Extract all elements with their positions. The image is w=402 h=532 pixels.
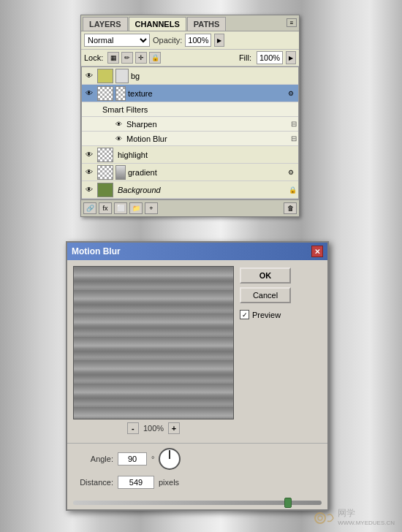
opacity-input[interactable] bbox=[185, 34, 211, 47]
eye-icon[interactable]: 👁 bbox=[83, 184, 95, 196]
layer-name: Motion Blur bbox=[126, 134, 291, 143]
blend-mode-select[interactable]: Normal Dissolve Multiply bbox=[84, 34, 150, 47]
watermark-url: WWW.MYEDUES.CN bbox=[338, 520, 395, 526]
dialog-close-button[interactable]: ✕ bbox=[311, 246, 323, 257]
eye-icon[interactable]: 👁 bbox=[113, 118, 124, 130]
slider-track[interactable] bbox=[73, 501, 322, 505]
watermark-chinese: 网学 bbox=[338, 507, 355, 520]
fill-arrow[interactable]: ▶ bbox=[286, 51, 296, 64]
fill-input[interactable] bbox=[257, 51, 283, 64]
preview-canvas bbox=[73, 266, 234, 419]
preview-image bbox=[74, 267, 233, 419]
layer-name: gradient bbox=[128, 168, 288, 177]
eye-icon[interactable]: 👁 bbox=[83, 70, 95, 82]
opacity-arrow[interactable]: ▶ bbox=[214, 34, 224, 47]
lock-icons: ▦ ✏ ✛ 🔒 bbox=[107, 52, 161, 64]
motion-blur-dialog: Motion Blur ✕ - 100% + OK Cancel ✓ Previ… bbox=[66, 241, 329, 511]
layer-row[interactable]: 👁 Background 🔒 bbox=[82, 181, 298, 199]
distance-label: Distance: bbox=[73, 478, 113, 487]
filter-adjust-icon: ⊟ bbox=[291, 120, 297, 128]
dialog-body: - 100% + OK Cancel ✓ Preview bbox=[67, 260, 327, 443]
add-style-btn[interactable]: fx bbox=[99, 202, 112, 214]
angle-label: Angle: bbox=[73, 455, 113, 463]
distance-row: Distance: pixels bbox=[73, 476, 322, 489]
fill-label: Fill: bbox=[239, 53, 251, 62]
tab-channels[interactable]: CHANNELS bbox=[129, 17, 186, 31]
layer-row[interactable]: 👁 bg bbox=[82, 67, 298, 85]
eye-icon[interactable]: 👁 bbox=[83, 149, 95, 161]
layer-thumb-link bbox=[115, 86, 126, 101]
layer-thumb2 bbox=[115, 165, 126, 180]
angle-unit: ° bbox=[151, 455, 154, 463]
zoom-out-button[interactable]: - bbox=[127, 422, 139, 434]
layer-row[interactable]: 👁 texture ⚙ bbox=[82, 85, 298, 102]
angle-input[interactable] bbox=[118, 452, 147, 466]
layer-name: Smart Filters bbox=[102, 105, 297, 114]
layer-thumb bbox=[97, 69, 113, 83]
lock-image-btn[interactable]: ✏ bbox=[121, 52, 133, 64]
preview-checkbox[interactable]: ✓ bbox=[240, 310, 249, 319]
eye-icon[interactable]: 👁 bbox=[83, 88, 95, 99]
layer-row[interactable]: 👁 highlight bbox=[82, 146, 298, 164]
angle-dial[interactable] bbox=[159, 448, 181, 470]
add-mask-btn[interactable]: ⬜ bbox=[114, 202, 127, 214]
panel-tabs: LAYERS CHANNELS PATHS ≡ bbox=[81, 15, 299, 31]
layer-thumb bbox=[97, 165, 113, 180]
link-layers-btn[interactable]: 🔗 bbox=[83, 202, 96, 214]
panel-menu-button[interactable]: ≡ bbox=[287, 18, 297, 27]
preview-section: - 100% + bbox=[73, 266, 234, 437]
lock-position-btn[interactable]: ✛ bbox=[135, 52, 147, 64]
lock-row: Lock: ▦ ✏ ✛ 🔒 Fill: ▶ bbox=[81, 50, 299, 66]
zoom-level-label: 100% bbox=[143, 424, 164, 433]
lock-transparent-btn[interactable]: ▦ bbox=[107, 52, 119, 64]
watermark: 网学 WWW.MYEDUES.CN bbox=[313, 507, 395, 526]
new-layer-btn[interactable]: + bbox=[145, 202, 158, 214]
cancel-button[interactable]: Cancel bbox=[240, 287, 291, 303]
layer-name: Sharpen bbox=[126, 120, 291, 129]
lock-all-btn[interactable]: 🔒 bbox=[149, 52, 161, 64]
new-group-btn[interactable]: 📁 bbox=[129, 202, 143, 214]
svg-point-1 bbox=[318, 516, 322, 520]
eye-icon[interactable]: 👁 bbox=[83, 167, 95, 178]
svg-point-0 bbox=[315, 513, 325, 523]
layer-name: Background bbox=[118, 186, 288, 194]
layers-toolbar: 🔗 fx ⬜ 📁 + 🗑 bbox=[81, 200, 299, 216]
layers-list: 👁 bg 👁 texture ⚙ Smart Filters 👁 Sharpen… bbox=[81, 66, 299, 200]
dialog-settings: Angle: ° Distance: pixels bbox=[67, 443, 327, 501]
layer-row[interactable]: 👁 gradient ⚙ bbox=[82, 164, 298, 181]
preview-checkbox-row: ✓ Preview bbox=[240, 310, 291, 319]
lock-label: Lock: bbox=[84, 53, 103, 62]
dialog-right-panel: OK Cancel ✓ Preview bbox=[240, 266, 291, 437]
preview-label: Preview bbox=[252, 311, 281, 319]
distance-unit: pixels bbox=[159, 478, 179, 487]
opacity-label: Opacity: bbox=[153, 36, 182, 45]
distance-input[interactable] bbox=[118, 476, 154, 489]
delete-layer-btn[interactable]: 🗑 bbox=[284, 202, 297, 214]
layer-lock-icon: 🔒 bbox=[288, 186, 297, 194]
zoom-in-button[interactable]: + bbox=[168, 422, 180, 434]
watermark-logo-icon bbox=[313, 508, 335, 525]
zoom-controls: - 100% + bbox=[73, 419, 234, 437]
layer-thumb bbox=[97, 183, 113, 197]
layer-mask-thumb bbox=[115, 69, 129, 83]
tab-layers[interactable]: LAYERS bbox=[83, 17, 128, 31]
blend-mode-row: Normal Dissolve Multiply Opacity: ▶ bbox=[81, 31, 299, 50]
smart-object-icon: ⚙ bbox=[288, 89, 297, 98]
angle-row: Angle: ° bbox=[73, 448, 322, 470]
tab-paths[interactable]: PATHS bbox=[187, 17, 227, 31]
layers-panel: LAYERS CHANNELS PATHS ≡ Normal Dissolve … bbox=[80, 15, 300, 217]
filter-adjust-icon: ⊟ bbox=[291, 134, 297, 142]
slider-thumb[interactable] bbox=[284, 498, 292, 508]
layer-row[interactable]: 👁 Motion Blur ⊟ bbox=[82, 132, 298, 146]
dialog-titlebar: Motion Blur ✕ bbox=[67, 243, 327, 260]
layer-row[interactable]: 👁 Sharpen ⊟ bbox=[82, 117, 298, 132]
eye-icon[interactable]: 👁 bbox=[113, 133, 124, 145]
angle-needle bbox=[169, 450, 170, 459]
slider-row bbox=[67, 501, 327, 509]
layer-name: highlight bbox=[118, 151, 297, 159]
layer-thumb bbox=[97, 86, 113, 101]
ok-button[interactable]: OK bbox=[240, 267, 291, 284]
layer-row[interactable]: Smart Filters bbox=[82, 102, 298, 117]
smart-object-icon: ⚙ bbox=[288, 168, 297, 177]
layer-name: texture bbox=[128, 89, 288, 98]
